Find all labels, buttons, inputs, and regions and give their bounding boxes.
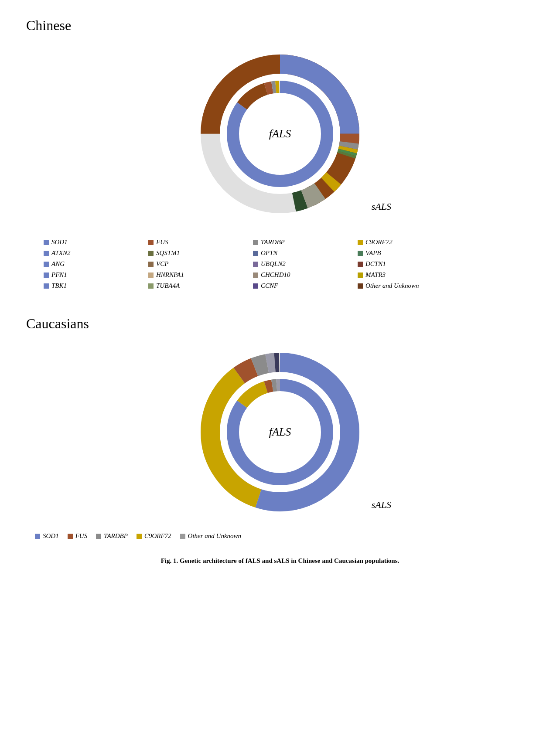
legend-sod1: SOD1 [44,238,140,246]
dctn1-swatch [358,262,363,267]
hnrnpa1-label: HNRNPA1 [156,271,184,279]
legend-matr3: MATR3 [358,271,454,279]
pfn1-swatch [44,273,49,278]
cau-other-label: Other and Unknown [188,532,242,540]
legend-dctn1: DCTN1 [358,260,454,268]
c9orf72-swatch [358,240,363,245]
legend-ang: ANG [44,260,140,268]
c9orf72-label: C9ORF72 [365,238,393,246]
tuba4a-label: TUBA4A [156,282,180,290]
cau-c9orf72-label: C9ORF72 [144,532,171,540]
tbk1-label: TBK1 [51,282,67,290]
tuba4a-swatch [148,283,154,289]
cau-legend-sod1: SOD1 [35,532,59,540]
other-unknown-label: Other and Unknown [365,282,419,290]
cau-sod1-label: SOD1 [43,532,59,540]
chinese-donut-svg: fALS [188,42,372,225]
chchd10-swatch [253,273,258,278]
caucasians-fals-center-label: fALS [269,426,291,438]
tardbp-swatch [253,240,258,245]
chchd10-label: CHCHD10 [261,271,290,279]
caucasians-title: Caucasians [26,316,89,332]
legend-pfn1: PFN1 [44,271,140,279]
pfn1-label: PFN1 [51,271,67,279]
caucasians-donut: fALS sALS [188,341,372,524]
legend-c9orf72: C9ORF72 [358,238,454,246]
legend-tardbp: TARDBP [253,238,349,246]
sqstm1-swatch [148,251,154,256]
legend-ccnf: CCNF [253,282,349,290]
tbk1-swatch [44,283,49,289]
vapb-label: VAPB [365,249,381,257]
vcp-swatch [148,262,154,267]
dctn1-label: DCTN1 [365,260,386,268]
sod1-swatch [44,240,49,245]
optn-label: OPTN [261,249,277,257]
legend-sqstm1: SQSTM1 [148,249,244,257]
atxn2-swatch [44,251,49,256]
legend-fus: FUS [148,238,244,246]
ang-label: ANG [51,260,65,268]
caucasians-sals-label: sALS [372,499,391,511]
tardbp-label: TARDBP [261,238,285,246]
chinese-title: Chinese [26,17,71,34]
cau-legend-c9orf72: C9ORF72 [137,532,171,540]
caucasians-section: Caucasians [26,316,534,540]
vapb-swatch [358,251,363,256]
fus-swatch [148,240,154,245]
other-unknown-swatch [358,283,363,289]
sod1-label: SOD1 [51,238,68,246]
cau-c9orf72-swatch [137,534,142,539]
legend-hnrnpa1: HNRNPA1 [148,271,244,279]
chinese-legend: SOD1 FUS TARDBP C9ORF72 ATXN2 SQSTM1 OPT… [44,238,454,290]
vcp-label: VCP [156,260,168,268]
legend-atxn2: ATXN2 [44,249,140,257]
legend-tbk1: TBK1 [44,282,140,290]
cau-legend-fus: FUS [68,532,88,540]
matr3-swatch [358,273,363,278]
optn-swatch [253,251,258,256]
matr3-label: MATR3 [365,271,386,279]
cau-tardbp-swatch [96,534,101,539]
legend-chchd10: CHCHD10 [253,271,349,279]
fig-label: Fig. 1. [161,557,178,564]
cau-legend-other: Other and Unknown [180,532,242,540]
cau-sod1-swatch [35,534,40,539]
legend-optn: OPTN [253,249,349,257]
fig-text: Genetic architecture of fALS and sALS in… [180,557,399,564]
caucasians-legend: SOD1 FUS TARDBP C9ORF72 Other and Unknow… [35,532,241,540]
fus-label: FUS [156,238,168,246]
ubqln2-label: UBQLN2 [261,260,286,268]
hnrnpa1-swatch [148,273,154,278]
caucasians-donut-svg: fALS [188,341,372,524]
chinese-fals-center-label: fALS [269,127,291,140]
cau-fus-label: FUS [75,532,88,540]
ccnf-swatch [253,283,258,289]
legend-other-unknown: Other and Unknown [358,282,454,290]
cau-legend-tardbp: TARDBP [96,532,128,540]
cau-other-swatch [180,534,185,539]
cau-fus-swatch [68,534,73,539]
chinese-chart-area: fALS sALS [26,42,534,225]
caucasians-chart-area: fALS sALS [26,341,534,524]
figure-caption: Fig. 1. Genetic architecture of fALS and… [26,557,534,565]
chinese-sals-label: sALS [372,201,391,212]
legend-vapb: VAPB [358,249,454,257]
legend-vcp: VCP [148,260,244,268]
chinese-donut: fALS sALS [188,42,372,225]
sqstm1-label: SQSTM1 [156,249,180,257]
legend-ubqln2: UBQLN2 [253,260,349,268]
legend-tuba4a: TUBA4A [148,282,244,290]
ccnf-label: CCNF [261,282,278,290]
atxn2-label: ATXN2 [51,249,71,257]
ubqln2-swatch [253,262,258,267]
ang-swatch [44,262,49,267]
cau-tardbp-label: TARDBP [104,532,128,540]
chinese-section: Chinese [26,17,534,290]
